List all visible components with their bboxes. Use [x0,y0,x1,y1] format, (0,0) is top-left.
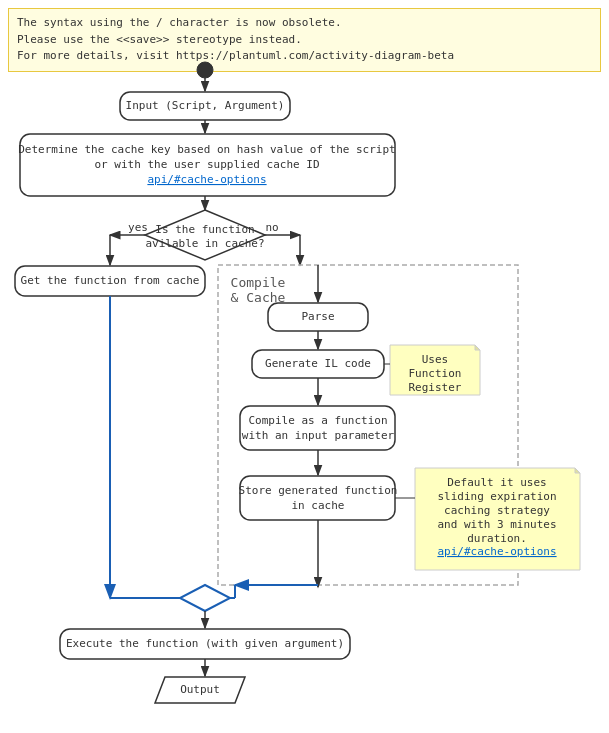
uses-fr-text3: Register [409,381,462,394]
execute-text: Execute the function (with given argumen… [66,637,344,650]
diamond-text1: Is the function [155,223,254,236]
default-note-text5: duration. [467,532,527,545]
default-note-text3: caching strategy [444,504,550,517]
note-fold [475,345,480,350]
generate-il-text: Generate IL code [265,357,371,370]
default-note-link[interactable]: api/#cache-options [437,545,556,558]
default-note-text4: and with 3 minutes [437,518,556,531]
compile-cache-label2: & Cache [231,290,286,305]
no-label: no [265,221,278,234]
compile-func-text1: Compile as a function [248,414,387,427]
store-cache-text2: in cache [292,499,345,512]
diagram-svg: Input (Script, Argument) Determine the c… [0,0,609,733]
default-note-fold [575,468,580,473]
store-cache-text1: Store generated function [239,484,398,497]
store-cache-node [240,476,395,520]
compile-func-node [240,406,395,450]
default-note-text1: Default it uses [447,476,546,489]
parse-text: Parse [301,310,334,323]
yes-label: yes [128,221,148,234]
diagram-container: The syntax using the / character is now … [0,0,609,733]
uses-fr-text1: Uses [422,353,449,366]
input-node-text: Input (Script, Argument) [126,99,285,112]
merge-diamond [180,585,230,611]
output-text: Output [180,683,220,696]
start-dot [197,62,213,78]
compile-func-text2: with an input parameter [242,429,395,442]
cache-key-text1: Determine the cache key based on hash va… [18,143,396,156]
default-note-text2: sliding expiration [437,490,556,503]
uses-fr-text2: Function [409,367,462,380]
diamond-text2: avilable in cache? [145,237,264,250]
cache-key-text2: or with the user supplied cache ID [94,158,319,171]
compile-cache-label1: Compile [231,275,286,290]
cache-key-link[interactable]: api/#cache-options [147,173,266,186]
get-cache-text: Get the function from cache [21,274,200,287]
